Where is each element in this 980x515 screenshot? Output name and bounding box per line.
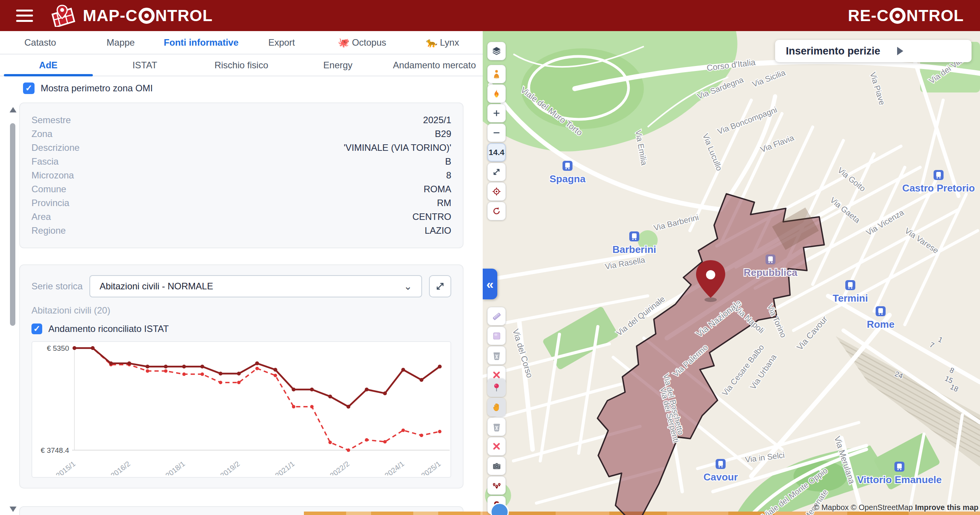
- ruler-icon: [492, 311, 502, 322]
- inserimento-perizie-label: Inserimento perizie: [786, 45, 880, 57]
- zone-info-row: ComuneROMA: [31, 182, 451, 196]
- svg-text:2015/1: 2015/1: [54, 460, 77, 475]
- zoom-level-readout: 14.4: [487, 143, 506, 162]
- svg-text:2016/2: 2016/2: [109, 460, 132, 475]
- draw-area-button[interactable]: [487, 327, 506, 345]
- expand-map-button[interactable]: [487, 163, 506, 181]
- serie-count-label: Abitazioni civili (20): [31, 305, 451, 316]
- minus-icon: [492, 128, 502, 138]
- cancel-edit-button[interactable]: [487, 437, 506, 456]
- zone-info-row: ProvinciaRM: [31, 196, 451, 210]
- diagonal-resize-icon: [492, 167, 502, 177]
- toolbar-view-group: 14.4: [487, 65, 506, 220]
- reconciled-istat-checkbox[interactable]: ✓: [31, 324, 42, 334]
- pushpin-icon: [492, 383, 502, 393]
- hand-icon: [492, 402, 502, 412]
- svg-text:€ 3748.4: € 3748.4: [41, 446, 69, 454]
- logo-target-o-icon: [889, 8, 906, 24]
- tab-octopus[interactable]: 🐙 Octopus: [322, 37, 403, 48]
- zone-info-value: B: [445, 156, 451, 167]
- zone-info-row: FasciaB: [31, 155, 451, 168]
- serie-storica-select[interactable]: Abitazioni civili - NORMALE ⌄: [89, 275, 422, 297]
- zone-info-label: Provincia: [31, 198, 69, 208]
- inserimento-perizie-bar[interactable]: Inserimento perizie: [775, 40, 972, 62]
- crosshair-locate-icon: [492, 187, 502, 196]
- brand-left: MAP-CNTROL: [48, 5, 213, 27]
- multi-pin-button[interactable]: [487, 476, 506, 495]
- toolbar-layers-group: [487, 42, 506, 60]
- scroll-down-arrow-icon[interactable]: [10, 507, 16, 512]
- svg-text:2018/1: 2018/1: [164, 460, 186, 475]
- svg-text:2021/1: 2021/1: [274, 460, 296, 475]
- main-tabs: Catasto Mappe Fonti informative Export 🐙…: [0, 31, 483, 54]
- expand-right-arrow-icon: [897, 47, 903, 55]
- camera-button[interactable]: [487, 457, 506, 475]
- brand-right: RE-CNTROL: [848, 7, 964, 25]
- reset-rotation-button[interactable]: [487, 202, 506, 220]
- subtab-ade[interactable]: AdE: [0, 54, 97, 76]
- zone-info-row: AreaCENTRO: [31, 210, 451, 224]
- zoom-in-button[interactable]: [487, 104, 506, 122]
- map-control-logo-icon: [48, 5, 76, 27]
- subtab-rischio-fisico[interactable]: Rischio fisico: [193, 54, 290, 76]
- station-label: Repubblica: [744, 267, 798, 278]
- pegman-icon: [492, 69, 502, 79]
- zone-info-label: Fascia: [31, 156, 59, 167]
- tab-lynx[interactable]: 🐆 Lynx: [402, 37, 483, 48]
- trash-measure-button[interactable]: [487, 346, 506, 365]
- improve-map-link[interactable]: Improve this map: [915, 503, 978, 512]
- price-trend-chart[interactable]: € 5350€ 3748.42015/12016/22018/12019/220…: [31, 341, 451, 478]
- station-label: Castro Pretorio: [902, 182, 975, 194]
- multi-pin-icon: [492, 480, 502, 491]
- subtab-istat[interactable]: ISTAT: [97, 54, 193, 76]
- tab-mappe[interactable]: Mappe: [81, 37, 161, 48]
- reconciled-istat-label: Andamento riconciliato ISTAT: [48, 324, 169, 334]
- svg-text:2024/1: 2024/1: [383, 460, 406, 475]
- zone-info-value: CENTRO: [412, 211, 451, 222]
- zone-info-value: ROMA: [424, 184, 451, 195]
- svg-text:2019/2: 2019/2: [219, 460, 241, 475]
- zone-info-value: LAZIO: [425, 225, 451, 236]
- scroll-up-arrow-icon[interactable]: [10, 107, 16, 112]
- tab-export[interactable]: Export: [241, 37, 322, 48]
- zone-info-label: Semestre: [31, 115, 71, 125]
- vertical-scrollbar-thumb[interactable]: [10, 123, 15, 326]
- zone-info-label: Descrizione: [31, 142, 79, 153]
- station-label: Barberini: [612, 244, 656, 255]
- trash-icon: [492, 350, 502, 361]
- heatmap-flame-button[interactable]: [487, 84, 506, 103]
- map-attribution: © Mapbox © OpenStreetMap Improve this ma…: [813, 503, 978, 512]
- zone-info-card: Semestre2025/1ZonaB29Descrizione'VIMINAL…: [19, 102, 464, 248]
- ruler-button[interactable]: [487, 307, 506, 325]
- layers-button[interactable]: [487, 42, 506, 60]
- trash-edit-button[interactable]: [487, 418, 506, 436]
- tab-fonti-informative[interactable]: Fonti informative: [161, 37, 241, 48]
- locate-button[interactable]: [487, 182, 506, 201]
- red-x-icon: [492, 441, 502, 451]
- subtab-energy[interactable]: Energy: [290, 54, 386, 76]
- pegman-button[interactable]: [487, 65, 506, 83]
- tab-catasto[interactable]: Catasto: [0, 37, 81, 48]
- hamburger-menu-icon[interactable]: [16, 10, 33, 22]
- zoom-out-button[interactable]: [487, 124, 506, 142]
- add-pin-button[interactable]: [487, 378, 506, 397]
- zone-info-value: 2025/1: [423, 115, 451, 125]
- map-canvas[interactable]: Corso d'ItaliaVia SardegnaVia SiciliaVia…: [483, 31, 980, 515]
- show-perimeter-label: Mostra perimetro zona OMI: [41, 83, 153, 94]
- zone-info-value: B29: [435, 129, 451, 139]
- zone-info-label: Microzona: [31, 170, 74, 181]
- toolbar-measure-group: [487, 307, 506, 384]
- show-perimeter-checkbox[interactable]: ✓: [23, 83, 35, 94]
- collapse-panel-button[interactable]: «: [483, 269, 497, 299]
- rotate-reset-icon: [492, 206, 502, 216]
- show-perimeter-row: ✓ Mostra perimetro zona OMI: [23, 83, 483, 94]
- station-label: Spagna: [549, 173, 586, 185]
- plus-icon: [492, 108, 502, 118]
- expand-chart-button[interactable]: [429, 275, 451, 297]
- pan-hand-button[interactable]: [487, 398, 506, 416]
- subtab-andamento-mercato[interactable]: Andamento mercato: [386, 54, 483, 76]
- svg-text:€ 5350: € 5350: [47, 344, 69, 352]
- zone-info-label: Area: [31, 211, 51, 222]
- app-title: MAP-CNTROL: [83, 7, 213, 25]
- zone-info-row: ZonaB29: [31, 127, 451, 141]
